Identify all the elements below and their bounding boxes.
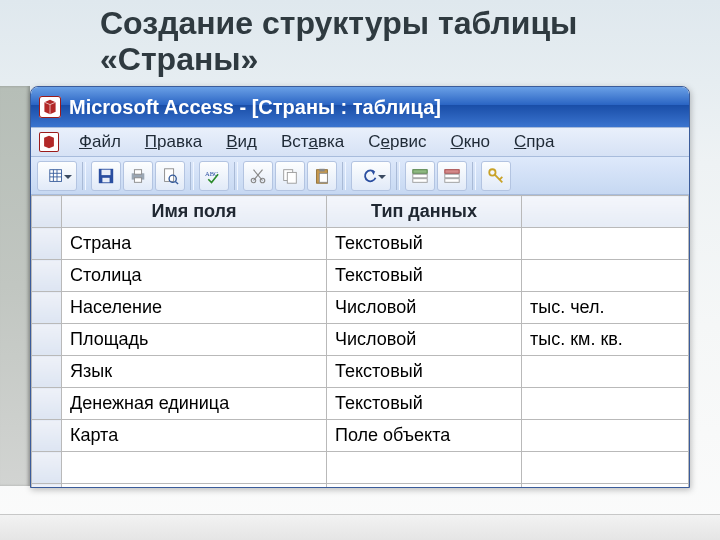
slide-title: Создание структуры таблицы «Страны» (100, 6, 680, 78)
svg-rect-0 (50, 169, 62, 181)
page-magnify-icon (161, 167, 179, 185)
window-system-icon[interactable] (39, 132, 59, 152)
data-type-cell[interactable] (327, 484, 522, 489)
toolbar: ABC (31, 157, 689, 195)
menu-tools[interactable]: Сервис (356, 129, 438, 155)
undo-button[interactable] (351, 161, 391, 191)
table-row: СтолицаТекстовый (32, 260, 689, 292)
data-type-cell[interactable]: Числовой (327, 292, 522, 324)
row-selector-header[interactable] (32, 196, 62, 228)
svg-rect-28 (445, 174, 459, 178)
data-type-cell[interactable]: Числовой (327, 324, 522, 356)
table-row: НаселениеЧисловойтыс. чел. (32, 292, 689, 324)
data-type-cell[interactable] (327, 452, 522, 484)
row-selector[interactable] (32, 356, 62, 388)
field-name-cell[interactable]: Столица (62, 260, 327, 292)
table-row: КартаПоле объекта (32, 420, 689, 452)
separator (82, 162, 86, 190)
field-name-cell[interactable]: Карта (62, 420, 327, 452)
printer-icon (129, 167, 147, 185)
field-name-cell[interactable] (62, 452, 327, 484)
table-row: ПлощадьЧисловойтыс. км. кв. (32, 324, 689, 356)
menu-edit[interactable]: Правка (133, 129, 214, 155)
description-cell[interactable] (522, 260, 689, 292)
description-cell[interactable]: тыс. чел. (522, 292, 689, 324)
table-row: Денежная единицаТекстовый (32, 388, 689, 420)
field-name-cell[interactable] (62, 484, 327, 489)
svg-rect-23 (319, 173, 327, 182)
description-cell[interactable] (522, 484, 689, 489)
menu-view[interactable]: Вид (214, 129, 269, 155)
description-cell[interactable] (522, 420, 689, 452)
data-type-cell[interactable]: Поле объекта (327, 420, 522, 452)
data-type-cell[interactable]: Текстовый (327, 228, 522, 260)
table-designer-grid: Имя поля Тип данных СтранаТекстовыйСтоли… (31, 195, 689, 488)
field-name-cell[interactable]: Площадь (62, 324, 327, 356)
svg-rect-22 (319, 168, 324, 171)
view-dropdown-button[interactable] (37, 161, 77, 191)
svg-rect-27 (445, 169, 459, 173)
header-row: Имя поля Тип данных (32, 196, 689, 228)
delete-rows-button[interactable] (437, 161, 467, 191)
cut-button[interactable] (243, 161, 273, 191)
copy-button[interactable] (275, 161, 305, 191)
spellcheck-button[interactable]: ABC (199, 161, 229, 191)
primary-key-button[interactable] (481, 161, 511, 191)
svg-line-13 (175, 181, 178, 184)
svg-rect-24 (413, 169, 427, 173)
row-selector[interactable] (32, 260, 62, 292)
description-cell[interactable] (522, 356, 689, 388)
column-header-data-type[interactable]: Тип данных (327, 196, 522, 228)
field-name-cell[interactable]: Денежная единица (62, 388, 327, 420)
description-cell[interactable] (522, 228, 689, 260)
row-selector[interactable] (32, 484, 62, 489)
abc-check-icon: ABC (205, 167, 223, 185)
menu-insert[interactable]: Вставка (269, 129, 356, 155)
data-type-cell[interactable]: Текстовый (327, 356, 522, 388)
datasheet-icon (48, 167, 66, 185)
access-app-icon (39, 96, 61, 118)
column-header-description[interactable] (522, 196, 689, 228)
paste-button[interactable] (307, 161, 337, 191)
clipboard-icon (313, 167, 331, 185)
column-header-field-name[interactable]: Имя поля (62, 196, 327, 228)
scissors-icon (249, 167, 267, 185)
data-type-cell[interactable]: Текстовый (327, 260, 522, 292)
data-type-cell[interactable]: Текстовый (327, 388, 522, 420)
menubar: Файл Правка Вид Вставка Сервис Окно Спра (31, 127, 689, 157)
separator (190, 162, 194, 190)
row-selector[interactable] (32, 388, 62, 420)
table-row (32, 452, 689, 484)
row-selector[interactable] (32, 292, 62, 324)
field-name-cell[interactable]: Язык (62, 356, 327, 388)
field-name-cell[interactable]: Население (62, 292, 327, 324)
svg-rect-7 (102, 177, 109, 182)
preview-button[interactable] (155, 161, 185, 191)
slide: Создание структуры таблицы «Страны» Micr… (0, 0, 720, 540)
row-selector[interactable] (32, 324, 62, 356)
svg-rect-10 (134, 177, 141, 182)
table-row: ЯзыкТекстовый (32, 356, 689, 388)
row-selector[interactable] (32, 228, 62, 260)
field-name-cell[interactable]: Страна (62, 228, 327, 260)
table-row: СтранаТекстовый (32, 228, 689, 260)
svg-rect-26 (413, 178, 427, 182)
slide-footer (0, 514, 720, 540)
description-cell[interactable] (522, 452, 689, 484)
titlebar-text: Microsoft Access - [Страны : таблица] (69, 96, 441, 119)
menu-help[interactable]: Спра (502, 129, 566, 155)
save-button[interactable] (91, 161, 121, 191)
menu-window[interactable]: Окно (438, 129, 502, 155)
titlebar: Microsoft Access - [Страны : таблица] (31, 87, 689, 127)
access-window: Microsoft Access - [Страны : таблица] Фа… (30, 86, 690, 488)
separator (396, 162, 400, 190)
menu-file[interactable]: Файл (67, 129, 133, 155)
row-selector[interactable] (32, 452, 62, 484)
insert-rows-button[interactable] (405, 161, 435, 191)
description-cell[interactable] (522, 388, 689, 420)
row-selector[interactable] (32, 420, 62, 452)
description-cell[interactable]: тыс. км. кв. (522, 324, 689, 356)
print-button[interactable] (123, 161, 153, 191)
copy-icon (281, 167, 299, 185)
svg-rect-9 (134, 169, 141, 174)
